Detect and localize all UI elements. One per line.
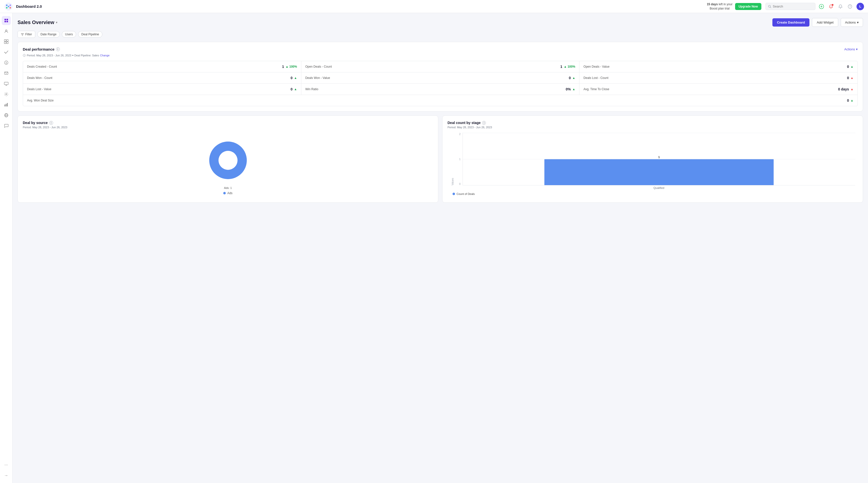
filter-button[interactable]: Filter — [18, 31, 35, 38]
metric-deals-created: Deals Created - Count 1 ▲ 100% — [23, 61, 301, 72]
search-input[interactable] — [773, 4, 813, 8]
bar-chart-container: Values 2 1 0 1 — [447, 133, 858, 195]
x-axis-labels: Qualified — [450, 187, 855, 190]
deal-performance-info-icon[interactable]: i — [56, 47, 60, 51]
sidebar-item-deals[interactable]: $ — [2, 58, 11, 67]
sidebar-item-settings[interactable] — [2, 90, 11, 99]
upgrade-button[interactable]: Upgrade Now — [735, 3, 762, 10]
top-nav: Dashboard 2.0 15 days left in yourBoost … — [0, 0, 868, 13]
deal-by-source-info-icon[interactable]: i — [49, 121, 53, 125]
donut-label: Ads: 1 — [224, 187, 232, 190]
bar-chart-legend: Count of Deals — [450, 192, 855, 195]
svg-rect-27 — [4, 82, 8, 85]
add-icon[interactable] — [818, 3, 825, 9]
svg-rect-20 — [4, 39, 6, 41]
deal-performance-card: Deal performance i Actions ▾ Period: May… — [18, 42, 863, 112]
main-content: Sales Overview ▾ Create Dashboard Add Wi… — [12, 13, 868, 483]
bar-value-qualified: 1 — [658, 155, 660, 159]
actions-button[interactable]: Actions ▾ — [841, 18, 863, 27]
sidebar-item-email[interactable] — [2, 69, 11, 78]
metric-win-ratio: Win Ratio 0% ▲ — [301, 84, 580, 95]
deal-performance-actions[interactable]: Actions ▾ — [844, 47, 858, 51]
page-title-caret[interactable]: ▾ — [56, 21, 58, 24]
sidebar-item-reports[interactable] — [2, 100, 11, 109]
create-dashboard-button[interactable]: Create Dashboard — [772, 18, 809, 27]
donut-chart: Ads: 1 Ads — [23, 133, 433, 197]
svg-rect-22 — [4, 42, 6, 44]
svg-point-12 — [840, 8, 841, 8]
deal-count-by-stage-info-icon[interactable]: i — [482, 121, 486, 125]
svg-point-5 — [8, 6, 9, 7]
svg-point-1 — [6, 4, 7, 6]
change-link[interactable]: Change — [100, 54, 110, 57]
metric-deals-won-count: Deals Won - Count 0 ▲ — [23, 73, 301, 83]
filter-deal-pipeline[interactable]: Deal Pipeline — [78, 31, 102, 37]
deal-by-source-title: Deal by source i — [23, 121, 433, 125]
svg-rect-33 — [7, 103, 8, 107]
svg-point-44 — [218, 151, 238, 170]
sidebar-item-chat[interactable] — [2, 121, 11, 130]
svg-point-2 — [9, 4, 11, 6]
filter-users[interactable]: Users — [62, 31, 76, 37]
metric-open-deals-count: Open Deals - Count 1 ▲ 100% — [301, 61, 580, 72]
sidebar-item-grid[interactable] — [2, 37, 11, 46]
deal-count-by-stage-title: Deal count by stage i — [447, 121, 858, 125]
svg-rect-31 — [4, 105, 5, 107]
deal-count-by-stage-period: Period: May 28, 2023 - Jun 26, 2023 — [447, 126, 858, 129]
sidebar-item-tasks[interactable] — [2, 48, 11, 57]
deal-performance-title: Deal performance i — [23, 47, 60, 51]
svg-rect-21 — [6, 39, 8, 41]
bell-icon[interactable] — [837, 3, 843, 9]
sidebar-bottom: ··· → — [2, 460, 11, 480]
svg-rect-18 — [6, 21, 8, 22]
donut-svg — [203, 135, 253, 186]
sidebar: $ ··· → — [0, 13, 12, 483]
sidebar-item-contacts[interactable] — [2, 27, 11, 35]
metric-avg-time-to-close: Avg. Time To Close 0 days ▲ — [580, 84, 858, 95]
metric-deals-lost-value: Deals Lost - Value 0 ▲ — [23, 84, 301, 95]
search-box[interactable] — [765, 3, 815, 10]
header-actions: Create Dashboard Add Widget Actions ▾ — [772, 18, 863, 27]
bar-chart-area: Values 2 1 0 1 — [450, 133, 855, 186]
trial-text: 15 days left in yourBoost plan trial — [707, 2, 733, 11]
svg-text:?: ? — [849, 5, 851, 8]
svg-rect-17 — [4, 21, 6, 22]
help-icon[interactable]: ? — [847, 3, 853, 9]
metric-open-deals-value: Open Deals - Value 0 ▲ — [580, 61, 858, 72]
app-logo — [4, 2, 13, 11]
bar-chart-bars: 1 — [463, 133, 855, 186]
bar-qualified — [545, 159, 774, 186]
sidebar-item-network[interactable] — [2, 111, 11, 120]
add-widget-button[interactable]: Add Widget — [812, 18, 838, 27]
sidebar-item-dashboard[interactable] — [2, 16, 11, 25]
nav-icons: ? L — [818, 3, 864, 10]
deal-by-source-card: Deal by source i Period: May 28, 2023 - … — [18, 115, 438, 203]
avatar[interactable]: L — [857, 3, 864, 10]
donut-legend-row: Ads — [223, 191, 232, 195]
sidebar-item-screen[interactable] — [2, 79, 11, 88]
deal-performance-actions-caret: ▾ — [856, 47, 858, 51]
deal-count-by-stage-card: Deal count by stage i Period: May 28, 20… — [442, 115, 863, 203]
page-title-row: Sales Overview ▾ — [18, 20, 58, 25]
metric-avg-won-deal-size: Avg. Won Deal Size 0 ▲ — [23, 95, 858, 106]
app-title: Dashboard 2.0 — [16, 4, 707, 8]
svg-point-3 — [6, 7, 7, 8]
svg-rect-16 — [6, 19, 8, 20]
notification-icon[interactable] — [828, 3, 834, 9]
metrics-grid: Deals Created - Count 1 ▲ 100% Open Deal… — [23, 61, 858, 106]
period-info: Period: May 28, 2023 - Jun 26, 2023 Deal… — [23, 54, 858, 57]
sidebar-item-collapse[interactable]: → — [2, 471, 11, 480]
page-title: Sales Overview — [18, 20, 54, 25]
period-info-icon — [23, 54, 26, 57]
metric-deals-won-value: Deals Won - Value 0 ▲ — [301, 73, 580, 83]
sidebar-item-more[interactable]: ··· — [2, 460, 11, 470]
svg-text:$: $ — [5, 62, 7, 64]
y-axis-ticks: 2 1 0 — [456, 133, 463, 186]
bar-legend-dot — [453, 193, 455, 195]
filter-bar: Filter Date Range Users Deal Pipeline — [18, 31, 863, 38]
filter-date-range[interactable]: Date Range — [37, 31, 60, 37]
metric-deals-lost-count: Deals Lost - Count 0 ▲ — [580, 73, 858, 83]
svg-point-30 — [5, 94, 7, 95]
actions-caret-icon: ▾ — [857, 21, 859, 24]
donut-legend-dot — [223, 192, 226, 194]
